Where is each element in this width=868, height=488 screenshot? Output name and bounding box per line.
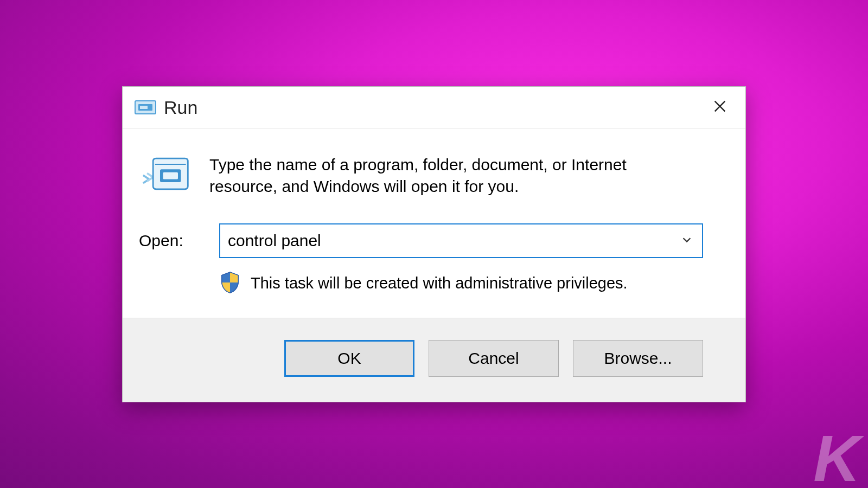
run-dialog: Run: [122, 86, 746, 402]
browse-button[interactable]: Browse...: [573, 340, 703, 377]
dialog-footer: OK Cancel Browse...: [123, 318, 745, 402]
close-button[interactable]: [701, 92, 739, 123]
titlebar[interactable]: Run: [123, 87, 745, 129]
open-input[interactable]: [228, 232, 677, 250]
cancel-button[interactable]: Cancel: [429, 340, 559, 377]
combobox-dropdown-button[interactable]: [677, 231, 697, 251]
chevron-down-icon: [681, 234, 693, 248]
close-icon: [712, 99, 727, 116]
ok-button[interactable]: OK: [284, 340, 414, 377]
admin-privileges-text: This task will be created with administr…: [251, 274, 628, 292]
uac-shield-icon: [219, 271, 241, 296]
run-icon: [135, 99, 156, 115]
watermark: K: [813, 421, 858, 488]
dialog-description: Type the name of a program, folder, docu…: [209, 154, 698, 198]
dialog-title: Run: [164, 97, 197, 118]
dialog-body: Type the name of a program, folder, docu…: [123, 129, 745, 318]
svg-rect-6: [163, 172, 178, 179]
svg-rect-2: [140, 106, 148, 109]
open-combobox[interactable]: [219, 223, 703, 258]
run-large-icon: [142, 155, 190, 200]
open-label: Open:: [139, 232, 204, 250]
